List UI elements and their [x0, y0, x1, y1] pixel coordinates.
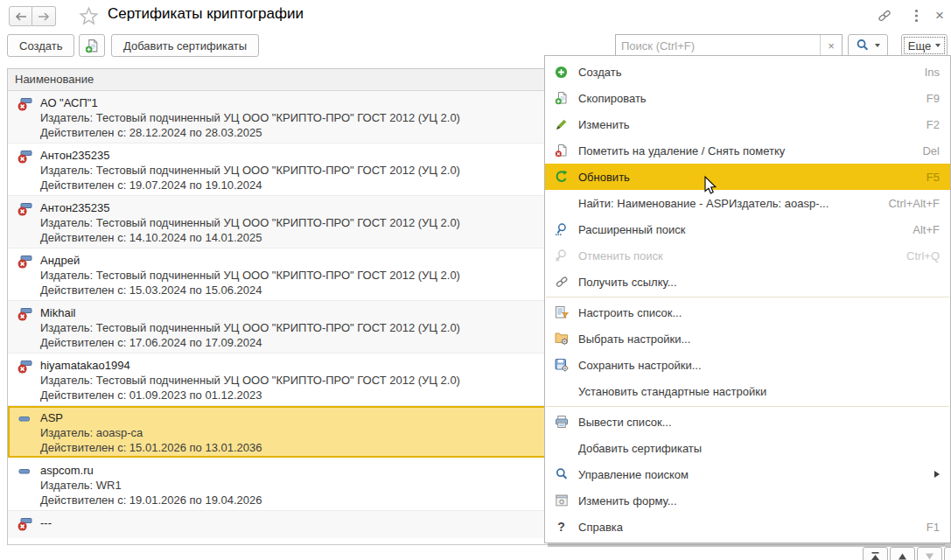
forward-button[interactable] — [32, 6, 56, 26]
menu-item-search-management[interactable]: Управление поиском — [545, 461, 950, 487]
scroll-down-button[interactable] — [917, 547, 942, 560]
menu-separator — [546, 297, 949, 298]
more-button-label: Еще — [908, 39, 931, 52]
chevron-down-icon — [875, 44, 880, 47]
menu-item-choose-settings[interactable]: Выбрать настройки... — [545, 326, 950, 352]
scroll-to-top-button[interactable] — [863, 547, 888, 560]
more-commands-icon[interactable] — [906, 7, 926, 24]
search-menu-button[interactable] — [848, 34, 888, 57]
to-top-icon — [871, 551, 880, 560]
get-link-icon[interactable] — [875, 7, 894, 24]
menu-item-help[interactable]: ? Справка F1 — [545, 514, 950, 540]
menu-item-copy[interactable]: Скопировать F9 — [545, 85, 950, 111]
edit-form-icon — [554, 494, 569, 508]
certificate-invalid-icon — [17, 517, 32, 536]
up-icon — [898, 551, 907, 560]
history-nav — [9, 6, 56, 26]
certificate-invalid-icon — [17, 307, 32, 326]
search-input[interactable] — [616, 35, 820, 56]
menu-item-edit-form[interactable]: Изменить форму... — [545, 487, 950, 514]
search-clear-button[interactable]: × — [820, 35, 842, 56]
copy-document-icon — [85, 38, 100, 53]
menu-item-cancel-search: Отменить поиск Ctrl+Q — [545, 242, 950, 269]
choose-settings-icon — [554, 332, 569, 346]
close-icon[interactable]: × — [930, 7, 949, 24]
refresh-icon — [554, 170, 569, 185]
search-icon — [856, 38, 870, 52]
menu-item-configure-list[interactable]: Настроить список... — [545, 299, 950, 326]
certificates-window: Сертификаты криптографии × Создать Добав… — [0, 0, 951, 560]
arrow-right-icon — [36, 10, 52, 23]
menu-item-print-list[interactable]: Вывести список... — [545, 409, 950, 435]
scroll-to-bottom-button[interactable] — [944, 547, 951, 560]
certificate-neutral-icon — [17, 465, 32, 483]
certificate-neutral-icon — [17, 412, 32, 430]
copy-button[interactable] — [79, 34, 105, 57]
menu-item-refresh[interactable]: Обновить F5 — [545, 164, 950, 190]
mark-deletion-icon — [554, 144, 569, 158]
advanced-search-icon — [554, 222, 569, 237]
create-button[interactable]: Создать — [7, 34, 74, 57]
arrow-left-icon — [13, 10, 29, 23]
certificate-invalid-icon — [17, 202, 32, 220]
copy-icon — [554, 91, 569, 106]
menu-item-advanced-search[interactable]: Расширенный поиск Alt+F — [545, 216, 950, 242]
certificate-invalid-icon — [17, 360, 32, 378]
add-certificates-button[interactable]: Добавить сертификаты — [111, 34, 259, 57]
certificate-invalid-icon — [17, 255, 32, 273]
more-button[interactable]: Еще — [901, 34, 948, 57]
list-scroll-nav — [863, 547, 951, 560]
menu-item-create[interactable]: Создать Ins — [545, 59, 950, 85]
down-icon — [925, 551, 934, 560]
configure-list-icon — [554, 305, 569, 320]
save-settings-icon — [554, 358, 569, 373]
more-context-menu: Создать Ins Скопировать F9 Изменить F2 П… — [544, 55, 951, 543]
favorite-star-icon[interactable] — [79, 6, 99, 26]
cancel-search-icon — [554, 248, 569, 263]
menu-item-edit[interactable]: Изменить F2 — [545, 111, 950, 137]
link-icon — [554, 275, 569, 290]
menu-item-mark-deletion[interactable]: Пометить на удаление / Снять пометку Del — [545, 137, 950, 164]
menu-item-find[interactable]: Найти: Наименование - ASPИздатель: aoasp… — [545, 190, 950, 216]
scroll-up-button[interactable] — [890, 547, 915, 560]
menu-item-get-link[interactable]: Получить ссылку... — [545, 269, 950, 295]
certificate-invalid-icon — [17, 150, 32, 168]
help-icon: ? — [554, 520, 569, 535]
certificate-invalid-icon — [17, 97, 32, 116]
page-title: Сертификаты криптографии — [108, 5, 304, 23]
menu-item-save-settings[interactable]: Сохранить настройки... — [545, 352, 950, 378]
menu-item-add-certificates[interactable]: Добавить сертификаты — [545, 435, 950, 461]
menu-separator — [546, 406, 949, 407]
search-management-icon — [554, 467, 569, 482]
chevron-down-icon — [935, 44, 941, 47]
print-list-icon — [554, 415, 569, 430]
menu-item-standard-settings[interactable]: Установить стандартные настройки — [545, 378, 950, 404]
submenu-arrow-icon — [934, 471, 940, 478]
create-icon — [554, 65, 569, 80]
search-box: × — [615, 34, 843, 57]
edit-icon — [554, 117, 569, 132]
back-button[interactable] — [9, 6, 32, 26]
